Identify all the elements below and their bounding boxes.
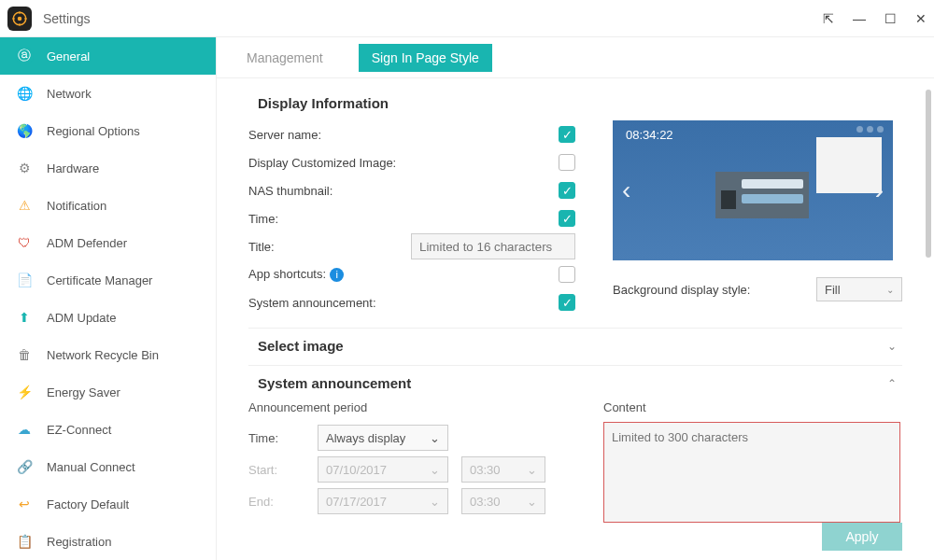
restore-out-icon[interactable]: ⇱: [823, 11, 834, 26]
sidebar-item-defender[interactable]: 🛡ADM Defender: [0, 224, 216, 261]
apply-button[interactable]: Apply: [822, 523, 902, 551]
label-ann-end: End:: [248, 495, 304, 509]
tab-management[interactable]: Management: [234, 44, 336, 72]
sidebar: ⓐGeneral 🌐Network 🌎Regional Options ⚙Har…: [0, 37, 217, 560]
label-sys-ann: System announcement:: [248, 296, 551, 310]
reset-icon: ↩: [15, 495, 34, 513]
bg-style-select[interactable]: Fill⌄: [816, 277, 902, 301]
label-app-shortcuts: App shortcuts:i: [248, 267, 551, 282]
clipboard-icon: 📋: [15, 532, 34, 551]
background-preview: 08:34:22 ‹ ›: [613, 120, 893, 260]
sidebar-item-notification[interactable]: ⚠Notification: [0, 187, 216, 224]
sidebar-item-certificate[interactable]: 📄Certificate Manager: [0, 261, 216, 299]
label-ann-start: Start:: [248, 463, 304, 477]
link-icon: 🔗: [15, 457, 34, 476]
sidebar-label: Registration: [47, 535, 111, 549]
sidebar-item-recycle[interactable]: 🗑Network Recycle Bin: [0, 336, 216, 373]
close-icon[interactable]: ✕: [915, 11, 927, 26]
checkbox-server-name[interactable]: ✓: [559, 126, 575, 143]
sidebar-label: Notification: [47, 199, 106, 213]
sidebar-label: Manual Connect: [47, 460, 135, 474]
section-display-info: Display Information: [258, 95, 902, 111]
sidebar-label: Network: [47, 87, 92, 101]
ann-start-date[interactable]: 07/10/2017⌄: [318, 456, 448, 483]
sidebar-label: ADM Update: [47, 311, 116, 325]
sidebar-label: Hardware: [47, 161, 99, 175]
chevron-up-icon: ⌃: [887, 377, 897, 390]
titlebar: Settings ⇱ — ☐ ✕: [0, 0, 934, 37]
chip-icon: ⚙: [15, 159, 34, 177]
ann-time-select[interactable]: Always display⌄: [318, 425, 448, 451]
preview-time: 08:34:22: [626, 128, 673, 142]
sidebar-label: ADM Defender: [47, 236, 127, 250]
checkbox-sys-ann[interactable]: ✓: [559, 294, 575, 311]
ann-end-time[interactable]: 03:30⌄: [461, 488, 545, 514]
sidebar-label: Energy Saver: [47, 385, 120, 399]
chevron-down-icon: ⌄: [886, 285, 894, 295]
label-bg-style: Background display style:: [613, 283, 807, 297]
minimize-icon[interactable]: —: [853, 11, 866, 26]
prev-bg-icon[interactable]: ‹: [622, 175, 630, 205]
sidebar-item-registration[interactable]: 📋Registration: [0, 523, 216, 560]
sidebar-item-regional[interactable]: 🌎Regional Options: [0, 112, 216, 149]
region-icon: 🌎: [15, 121, 34, 140]
chevron-down-icon: ⌄: [527, 463, 537, 477]
label-ann-time: Time:: [248, 431, 304, 445]
label-title: Title:: [248, 240, 403, 254]
section-sys-ann[interactable]: System announcement ⌃: [248, 365, 902, 391]
sidebar-label: Certificate Manager: [47, 273, 152, 287]
window-title: Settings: [43, 11, 823, 26]
checkbox-time[interactable]: ✓: [559, 210, 575, 227]
svg-point-1: [18, 16, 22, 21]
sidebar-label: Factory Default: [47, 497, 129, 511]
chevron-down-icon: ⌄: [430, 495, 440, 509]
ann-end-date[interactable]: 07/17/2017⌄: [318, 488, 448, 514]
ann-content-input[interactable]: [603, 422, 900, 523]
sidebar-item-general[interactable]: ⓐGeneral: [0, 37, 216, 75]
sidebar-item-ezconnect[interactable]: ☁EZ-Connect: [0, 411, 216, 448]
label-custom-img: Display Customized Image:: [248, 156, 551, 170]
sidebar-label: General: [47, 49, 90, 63]
tab-signin-style[interactable]: Sign In Page Style: [359, 44, 492, 72]
chevron-down-icon: ⌄: [887, 340, 897, 353]
label-server-name: Server name:: [248, 128, 551, 142]
cert-icon: 📄: [15, 271, 34, 289]
section-select-image[interactable]: Select image ⌄: [248, 328, 902, 354]
sidebar-item-network[interactable]: 🌐Network: [0, 75, 216, 112]
sidebar-label: Network Recycle Bin: [47, 348, 159, 362]
label-nas-thumb: NAS thumbnail:: [248, 184, 551, 198]
label-time: Time:: [248, 212, 551, 226]
shield-icon: 🛡: [15, 233, 34, 252]
scrollbar[interactable]: [926, 90, 931, 258]
label-ann-period: Announcement period: [248, 400, 566, 414]
main-panel: Management Sign In Page Style Display In…: [217, 37, 934, 560]
label-ann-content: Content: [603, 400, 902, 414]
globe-icon: 🌐: [15, 84, 34, 103]
chevron-down-icon: ⌄: [430, 431, 440, 445]
sidebar-item-hardware[interactable]: ⚙Hardware: [0, 149, 216, 187]
ann-start-time[interactable]: 03:30⌄: [461, 456, 545, 483]
sidebar-item-manual[interactable]: 🔗Manual Connect: [0, 448, 216, 485]
sidebar-item-factory[interactable]: ↩Factory Default: [0, 485, 216, 523]
chevron-down-icon: ⌄: [527, 495, 537, 509]
app-icon: [7, 7, 32, 31]
chevron-down-icon: ⌄: [430, 463, 440, 477]
update-icon: ⬆: [15, 308, 34, 327]
checkbox-app-shortcuts[interactable]: [559, 266, 575, 283]
sidebar-label: Regional Options: [47, 124, 140, 138]
sidebar-label: EZ-Connect: [47, 423, 111, 437]
section-title: System announcement: [258, 375, 887, 391]
checkbox-custom-img[interactable]: [559, 154, 575, 171]
bin-icon: 🗑: [15, 345, 34, 364]
title-input[interactable]: [411, 233, 575, 259]
sidebar-item-update[interactable]: ⬆ADM Update: [0, 299, 216, 336]
tab-bar: Management Sign In Page Style: [217, 37, 934, 78]
maximize-icon[interactable]: ☐: [884, 11, 897, 26]
sidebar-item-energy[interactable]: ⚡Energy Saver: [0, 373, 216, 411]
bolt-icon: ⚡: [15, 383, 34, 401]
alert-icon: ⚠: [15, 196, 34, 215]
section-title: Select image: [258, 338, 887, 354]
info-icon[interactable]: i: [330, 268, 344, 282]
checkbox-nas-thumb[interactable]: ✓: [559, 182, 575, 199]
cloud-icon: ☁: [15, 420, 34, 439]
